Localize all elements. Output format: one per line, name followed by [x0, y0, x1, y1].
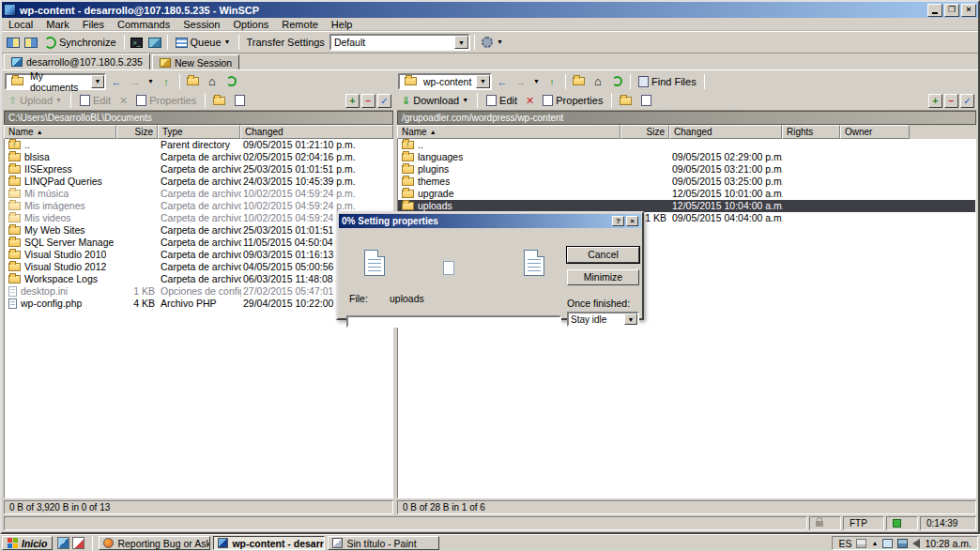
menu-remote[interactable]: Remote	[275, 19, 325, 30]
dialog-help-button[interactable]: ?	[612, 216, 624, 226]
network-icon[interactable]	[897, 539, 908, 548]
chevron-down-icon[interactable]: ▼	[454, 36, 468, 49]
file-row[interactable]: upgrade12/05/2015 10:01:00 a.m.	[398, 188, 975, 200]
menu-local[interactable]: Local	[2, 19, 39, 30]
minimize-button[interactable]	[927, 4, 942, 17]
restore-button[interactable]: ❐	[944, 4, 959, 17]
toggle-remote-panel-icon[interactable]	[23, 34, 39, 51]
find-files-button[interactable]: Find Files	[635, 75, 699, 88]
keyboard-icon[interactable]	[856, 539, 866, 548]
file-row[interactable]: themes09/05/2015 03:25:00 p.m.	[398, 176, 975, 188]
quick-launch-browser-icon[interactable]	[57, 537, 69, 549]
remote-root-directory-button[interactable]	[571, 73, 588, 90]
file-row[interactable]: Workspace LogsCarpeta de archivos06/03/2…	[5, 273, 392, 285]
task-button[interactable]: Sin título - Paint	[328, 536, 439, 550]
remote-unselect-files-button[interactable]: −	[944, 94, 958, 108]
menu-session[interactable]: Session	[176, 19, 226, 30]
synchronize-browsing-button[interactable]	[146, 34, 163, 51]
remote-new-folder-button[interactable]	[618, 92, 635, 109]
queue-button[interactable]: Queue ▼	[172, 33, 235, 52]
chevron-down-icon[interactable]: ▼	[91, 75, 104, 88]
download-button[interactable]: ⇓ Download ▼	[399, 94, 471, 108]
local-edit-button[interactable]: Edit	[77, 94, 114, 107]
file-row[interactable]: ..Parent directory09/05/2015 01:21:10 p.…	[5, 139, 392, 151]
root-directory-button[interactable]	[185, 73, 202, 90]
remote-path-bar[interactable]: /grupoadler.com/wordpress/wp-content	[397, 111, 976, 125]
column-header-changed[interactable]: Changed	[240, 125, 393, 139]
new-folder-button[interactable]	[211, 92, 228, 109]
minimize-dialog-button[interactable]: Minimize	[567, 269, 639, 285]
forward-button[interactable]: →	[127, 73, 144, 90]
quick-launch-paint-icon[interactable]	[72, 537, 84, 549]
file-row[interactable]: IISExpressCarpeta de archivos25/03/2015 …	[5, 163, 392, 176]
file-row[interactable]: SQL Server Manageme...Carpeta de archivo…	[5, 237, 392, 249]
file-row[interactable]: languages09/05/2015 02:29:00 p.m.	[398, 151, 975, 163]
task-button-active[interactable]: wp-content - desarrol...	[213, 536, 325, 550]
remote-properties-button[interactable]: Properties	[540, 94, 605, 107]
file-row[interactable]: Mis imágenesCarpeta de archivos10/02/201…	[5, 200, 392, 212]
unselect-files-button[interactable]: −	[361, 94, 375, 108]
menu-files[interactable]: Files	[76, 19, 111, 30]
chevron-down-icon[interactable]: ▼	[497, 38, 503, 46]
file-row[interactable]: Visual Studio 2012Carpeta de archivos04/…	[5, 261, 392, 273]
local-path-bar[interactable]: C:\Users\DesarrolloBL\Documents	[4, 111, 393, 125]
remote-select-files-button[interactable]: +	[928, 94, 942, 108]
local-file-list[interactable]: ..Parent directory09/05/2015 01:21:10 p.…	[4, 139, 393, 498]
language-indicator[interactable]: ES	[838, 538, 851, 549]
file-row[interactable]: blsisaCarpeta de archivos02/05/2015 02:0…	[5, 151, 392, 163]
file-row[interactable]: wp-config.php4 KBArchivo PHP29/04/2015 1…	[5, 298, 392, 310]
toggle-local-panel-icon[interactable]	[5, 34, 22, 51]
file-row[interactable]: ..	[398, 139, 975, 151]
session-tab-active[interactable]: desarrollo@107.180.5.235	[4, 54, 150, 69]
file-row[interactable]: Mi músicaCarpeta de archivos10/02/2015 0…	[5, 188, 392, 200]
close-button[interactable]: ×	[961, 4, 976, 17]
history-dropdown-icon[interactable]: ▼	[531, 73, 542, 90]
menu-commands[interactable]: Commands	[111, 19, 176, 30]
window-titlebar[interactable]: wp-content - desarrollo@107.180.5.235 - …	[2, 2, 978, 18]
home-button[interactable]: ⌂	[204, 73, 221, 90]
cancel-button[interactable]: Cancel	[567, 247, 639, 263]
file-row[interactable]: plugins09/05/2015 03:21:00 p.m.	[398, 163, 975, 176]
remote-edit-button[interactable]: Edit	[483, 94, 520, 107]
refresh-button[interactable]	[222, 73, 239, 90]
column-header-rights[interactable]: Rights	[782, 125, 840, 139]
new-file-button[interactable]	[231, 92, 248, 109]
dialog-titlebar[interactable]: 0% Setting properties ? ×	[339, 214, 641, 228]
remote-home-button[interactable]: ⌂	[590, 73, 606, 90]
column-header-changed[interactable]: Changed	[669, 125, 782, 139]
history-dropdown-icon[interactable]: ▼	[145, 73, 156, 90]
chevron-down-icon[interactable]: ▼	[624, 314, 637, 325]
dialog-close-button[interactable]: ×	[626, 216, 638, 226]
transfer-options-button[interactable]	[479, 34, 496, 51]
menu-mark[interactable]: Mark	[39, 19, 75, 30]
select-files-button[interactable]: +	[345, 94, 360, 108]
once-finished-combo[interactable]: Stay idle ▼	[567, 312, 639, 327]
transfer-settings-combo[interactable]: Default ▼	[329, 34, 470, 51]
hide-icons-arrow-icon[interactable]: ▲	[871, 540, 878, 546]
volume-icon[interactable]	[912, 539, 920, 548]
remote-selection-filter-button[interactable]: ✓	[960, 94, 974, 108]
remote-refresh-button[interactable]	[608, 73, 625, 90]
display-icon[interactable]	[882, 539, 893, 548]
task-button[interactable]: Reporting Bug or Asking ...	[99, 536, 210, 550]
back-button[interactable]: ←	[108, 73, 125, 90]
file-row[interactable]: My Web SitesCarpeta de archivos25/03/201…	[5, 224, 392, 237]
column-header-size[interactable]: Size	[620, 125, 669, 139]
remote-delete-button[interactable]: ✕	[523, 94, 537, 108]
selection-filter-button[interactable]: ✓	[377, 94, 391, 108]
remote-back-button[interactable]: ←	[494, 73, 511, 90]
column-header-name[interactable]: Name▲	[397, 125, 620, 139]
file-row[interactable]: LINQPad QueriesCarpeta de archivos24/03/…	[5, 176, 392, 188]
column-header-size[interactable]: Size	[116, 125, 158, 139]
file-row[interactable]: Mis videosCarpeta de archivos10/02/2015 …	[5, 212, 392, 224]
column-header-name[interactable]: Name▲	[4, 125, 116, 139]
upload-button[interactable]: ⇑ Upload ▼	[6, 94, 65, 108]
parent-directory-button[interactable]: ↑	[158, 73, 175, 90]
local-delete-button[interactable]: ✕	[116, 94, 130, 108]
remote-new-file-button[interactable]	[637, 92, 654, 109]
file-row[interactable]: desktop.ini1 KBOpciones de config...27/0…	[5, 285, 392, 298]
column-header-type[interactable]: Type	[158, 125, 240, 139]
menu-options[interactable]: Options	[226, 19, 275, 30]
open-console-button[interactable]: >_	[129, 34, 145, 51]
menu-help[interactable]: Help	[325, 19, 360, 30]
